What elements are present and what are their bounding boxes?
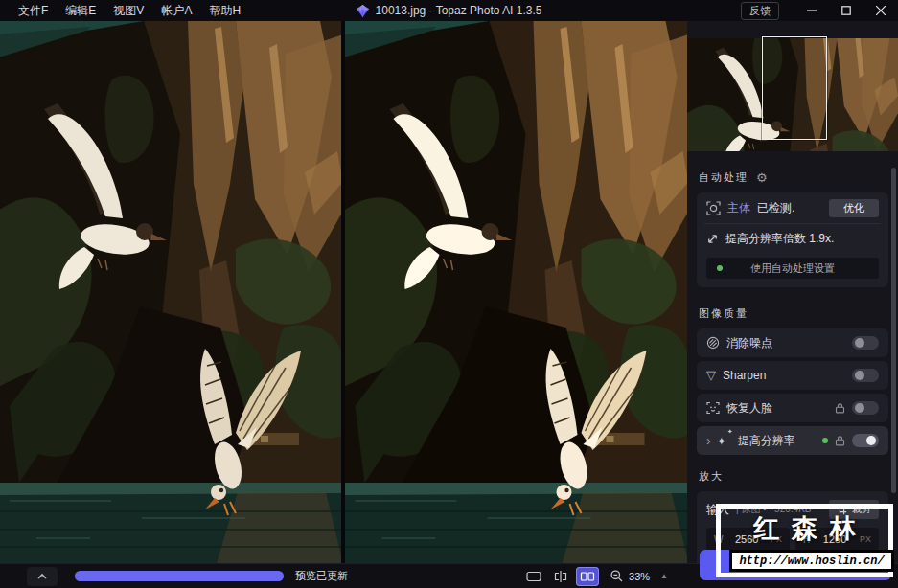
filter-label: Sharpen	[723, 369, 766, 382]
subject-row: 主体 已检测. 优化	[706, 194, 879, 222]
navigator-thumbnail[interactable]	[687, 38, 898, 151]
filter-label: 恢复人脸	[726, 400, 772, 417]
side-by-side-view-button[interactable]	[576, 567, 599, 586]
menu-view[interactable]: 视图V	[104, 0, 152, 21]
menu-bar: 文件F 编辑E 视图V 帐户A 帮助H	[0, 0, 249, 21]
menu-file[interactable]: 文件F	[10, 0, 57, 21]
upscale-note: 提高分辨率倍数 1.9x.	[725, 231, 834, 247]
preview-progress-bar	[75, 571, 284, 581]
autopilot-header: 自动处理 ⚙	[699, 170, 886, 185]
filter-face-recovery[interactable]: 恢复人脸	[697, 394, 888, 422]
right-sidebar: 自动处理 ⚙ 主体 已检测. 优化 提高分辨率倍数 1.9x.	[687, 21, 898, 563]
triangle-up-icon[interactable]: ▲	[660, 572, 668, 580]
resize-arrow-icon	[706, 233, 719, 245]
enlarge-header-label: 放大	[699, 469, 724, 484]
filter-list: 消除噪点 ▽ Sharpen 恢复人脸	[697, 328, 888, 455]
filter-upscale[interactable]: › ✦ ✦ 提高分辨率	[697, 426, 888, 455]
filter-label: 提高分辨率	[738, 433, 795, 449]
upscale-toggle[interactable]	[852, 434, 879, 447]
maximize-icon	[841, 6, 851, 15]
side-by-side-icon	[580, 571, 595, 582]
original-image-panel[interactable]	[0, 21, 341, 563]
topaz-photo-ai-window: 文件F 编辑E 视图V 帐户A 帮助H 10013.jpg - Topaz Ph…	[0, 0, 898, 588]
chevron-right-icon[interactable]: ›	[706, 436, 711, 445]
zoom-control[interactable]: 33% ▲	[610, 570, 668, 582]
face-recovery-icon	[706, 401, 720, 415]
card-divider	[704, 223, 881, 224]
green-status-dot	[717, 265, 723, 271]
single-view-icon	[526, 571, 541, 582]
upscale-icon: ✦ ✦	[717, 432, 731, 449]
sharpen-icon: ▽	[706, 370, 716, 381]
original-image	[0, 21, 341, 563]
lock-icon[interactable]	[835, 402, 845, 414]
sharpen-toggle[interactable]	[852, 369, 879, 382]
enlarge-header: 放大	[699, 469, 886, 484]
autopilot-header-label: 自动处理	[699, 170, 748, 185]
filter-sharpen[interactable]: ▽ Sharpen	[697, 361, 888, 390]
image-compare-area	[0, 21, 687, 563]
minimize-icon	[807, 6, 817, 15]
denoise-toggle[interactable]	[852, 336, 879, 350]
minimize-button[interactable]	[794, 0, 829, 21]
apply-autopilot-button[interactable]: 使用自动处理设置	[706, 258, 879, 279]
watermark-url-box: http://www.hoslin.cn/	[729, 550, 894, 572]
watermark-url: http://www.hoslin.cn/	[739, 554, 884, 568]
subject-status: 已检测.	[757, 200, 794, 216]
menu-account[interactable]: 帐户A	[152, 0, 200, 21]
apply-autopilot-label: 使用自动处理设置	[750, 261, 835, 276]
close-button[interactable]	[863, 0, 898, 21]
titlebar: 文件F 编辑E 视图V 帐户A 帮助H 10013.jpg - Topaz Ph…	[0, 0, 898, 21]
subject-link[interactable]: 主体	[727, 200, 750, 216]
split-view-icon	[553, 570, 568, 583]
refine-button[interactable]: 优化	[829, 199, 879, 217]
menu-help[interactable]: 帮助H	[200, 0, 249, 21]
watermark-title: 红森林	[721, 509, 888, 548]
autopilot-card: 主体 已检测. 优化 提高分辨率倍数 1.9x. 使用自动处理设置	[697, 192, 888, 287]
processed-image	[345, 21, 687, 563]
face-recovery-toggle[interactable]	[852, 401, 879, 415]
quality-header-label: 图像质量	[699, 306, 748, 321]
denoise-icon	[706, 336, 720, 350]
window-title: 10013.jpg - Topaz Photo AI 1.3.5	[376, 4, 542, 17]
topaz-logo-icon	[357, 5, 369, 17]
zoom-level-value[interactable]: 33%	[629, 571, 650, 582]
gear-icon[interactable]: ⚙	[756, 173, 768, 183]
single-view-button[interactable]	[522, 567, 545, 586]
maximize-button[interactable]	[829, 0, 863, 21]
view-mode-group	[522, 567, 599, 586]
filter-denoise[interactable]: 消除噪点	[697, 328, 888, 357]
quality-header: 图像质量	[699, 306, 886, 321]
lock-icon[interactable]	[835, 435, 845, 446]
preview-status-text: 预览已更新	[295, 569, 348, 583]
filter-label: 消除噪点	[726, 335, 772, 351]
processed-image-panel[interactable]	[345, 21, 687, 563]
chevron-up-icon	[36, 573, 48, 580]
watermark-overlay: 红森林 http://www.hoslin.cn/	[716, 504, 893, 577]
collapse-panel-button[interactable]	[27, 567, 58, 586]
subject-detect-icon	[706, 201, 721, 215]
feedback-button[interactable]: 反馈	[741, 2, 779, 20]
split-view-button[interactable]	[549, 567, 572, 586]
upscale-note-row: 提高分辨率倍数 1.9x.	[706, 225, 879, 253]
green-status-dot	[822, 438, 828, 443]
close-icon	[876, 6, 886, 15]
navigator-viewport[interactable]	[762, 36, 827, 140]
sidebar-scrollbar[interactable]	[891, 168, 896, 493]
menu-edit[interactable]: 编辑E	[57, 0, 104, 21]
magnifier-icon	[610, 570, 623, 582]
